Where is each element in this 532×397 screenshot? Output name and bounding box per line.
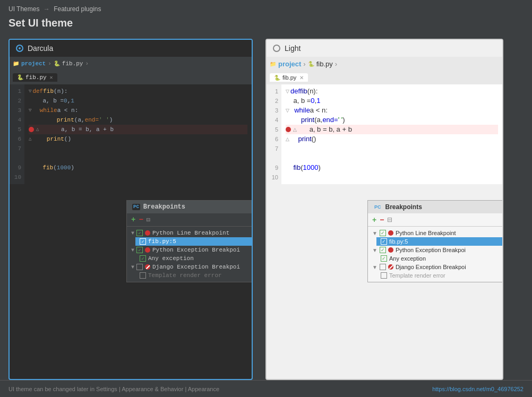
project-label-dark: project xyxy=(21,61,46,67)
code-line-6: △ print() xyxy=(29,134,247,144)
lbp-checkbox-2[interactable] xyxy=(380,247,386,253)
bp-label-template: Template render error xyxy=(148,272,222,279)
bp-remove-dark[interactable]: − xyxy=(139,215,143,224)
bp-label-py-line: Python Line Breakpoint xyxy=(152,230,229,236)
breakpoint-dot-light xyxy=(286,127,291,132)
lbp-item-py-line[interactable]: ▼ Python Line Breakpoint xyxy=(368,229,503,237)
bp-checkbox-1[interactable] xyxy=(136,230,143,236)
bp-list-icon-light[interactable]: ⊟ xyxy=(387,216,392,223)
lcode-line-2: a, b = 0, 1 xyxy=(286,96,498,106)
bp-item-any-exc[interactable]: Any exception xyxy=(135,254,253,263)
breakpoints-panel-light: PC Breakpoints + − ⊟ ▼ P xyxy=(367,200,503,282)
radio-darcula[interactable] xyxy=(16,45,23,52)
bp-list-icon-dark[interactable]: ⊟ xyxy=(147,216,150,224)
path-sep2: › xyxy=(85,61,89,67)
lcode-line-4: print(a, end=' ') xyxy=(286,115,498,125)
lbp-checkbox-fib5[interactable] xyxy=(381,238,387,245)
bottom-left-text: UI theme can be changed later in Setting… xyxy=(8,386,219,392)
bp-list-light: ▼ Python Line Breakpoint fib.py:5 ▼ xyxy=(368,227,503,282)
tab-close-light[interactable]: ✕ xyxy=(299,75,304,81)
bp-remove-light[interactable]: − xyxy=(380,215,384,224)
line-numbers-light: 1 2 3 4 5 6 7 9 10 xyxy=(267,84,281,184)
lcode-line-6: △ print() xyxy=(286,134,498,144)
bottom-url-text: https://blog.csdn.net/m0_46976252 xyxy=(432,386,524,392)
bp-header-light: PC Breakpoints xyxy=(368,201,503,213)
bp-checkbox-3[interactable] xyxy=(140,255,146,262)
code-line-1: ▽ def fib(n): xyxy=(29,87,247,96)
code-line-4: print(a, end=' ') xyxy=(29,115,247,125)
theme-card-light[interactable]: Light 📁 project › 🐍 fib.py › 🐍 fib.p xyxy=(265,39,503,380)
code-line-2: a, b = 0, 1 xyxy=(29,96,247,106)
path-sep2-light: › xyxy=(335,60,337,68)
breadcrumb-arrow: → xyxy=(44,5,50,13)
file-icon-dark: 🐍 xyxy=(54,61,60,67)
path-sep1: › xyxy=(48,61,52,67)
lbp-checkbox-3[interactable] xyxy=(381,255,387,262)
code-line-7 xyxy=(29,144,247,153)
bp-list-dark: ▼ Python Line Breakpoint fib.py:5 ▼ xyxy=(127,227,253,282)
file-tabs-light: 🐍 fib.py ✕ xyxy=(267,71,502,84)
lbp-label-py-line: Python Line Breakpoint xyxy=(396,230,456,236)
lcode-line-1: ▽ def fib(n): xyxy=(286,87,498,96)
breadcrumb-part1: UI Themes xyxy=(8,5,39,13)
lbp-item-template[interactable]: Template render error xyxy=(376,271,503,280)
bp-item-fib5[interactable]: fib.py:5 xyxy=(135,237,253,246)
file-label-dark: fib.py xyxy=(62,61,83,67)
bp-item-py-line[interactable]: ▼ Python Line Breakpoint xyxy=(127,229,253,237)
theme-card-darcula[interactable]: Darcula 📁 project › 🐍 fib.py › 🐍 fib xyxy=(8,39,253,380)
main-container: UI Themes → Featured plugins Set UI them… xyxy=(0,0,532,397)
tab-name-dark: fib.py xyxy=(25,74,47,81)
lbp-label-any-exc: Any exception xyxy=(389,255,426,262)
bp-title-light: Breakpoints xyxy=(385,203,422,211)
lbp-label-django: Django Exception Breakpoi xyxy=(396,264,466,270)
lbp-label-template: Template render error xyxy=(389,272,445,279)
lbp-label-py-exc: Python Exception Breakpoi xyxy=(396,247,466,253)
tab-fib-light[interactable]: 🐍 fib.py ✕ xyxy=(270,73,308,82)
lcode-line-10 xyxy=(286,172,498,182)
lcode-line-8 xyxy=(286,153,498,163)
bp-label-django: Django Exception Breakpoi xyxy=(152,264,240,270)
file-icon-light: 🐍 xyxy=(308,61,314,67)
lbp-item-django[interactable]: ▼ Django Exception Breakpoi xyxy=(368,263,503,271)
breadcrumb: UI Themes → Featured plugins xyxy=(8,5,524,13)
bp-label-py-exc: Python Exception Breakpoi xyxy=(152,247,240,253)
top-bar: UI Themes → Featured plugins Set UI them… xyxy=(0,0,532,39)
bp-checkbox-2[interactable] xyxy=(136,247,143,253)
lbp-label-fib5: fib.py:5 xyxy=(389,238,408,245)
lbp-checkbox-4[interactable] xyxy=(380,264,386,270)
tab-fib-dark[interactable]: 🐍 fib.py ✕ xyxy=(13,73,57,82)
file-tabs-dark: 🐍 fib.py ✕ xyxy=(10,71,252,84)
project-label-light: project xyxy=(278,60,301,68)
tab-name-light: fib.py xyxy=(282,74,296,81)
breakpoint-dot-dark xyxy=(29,127,34,132)
darcula-label: Darcula xyxy=(28,44,53,53)
bp-item-py-exc[interactable]: ▼ Python Exception Breakpoi xyxy=(127,246,253,254)
code-line-8 xyxy=(29,153,247,163)
code-editor-light: 1 2 3 4 5 6 7 9 10 ▽ def fib xyxy=(267,84,502,184)
folder-icon-light: 📁 xyxy=(270,61,276,67)
lbp-dot-django xyxy=(388,264,393,270)
tab-close-dark[interactable]: ✕ xyxy=(50,74,53,81)
tab-file-icon-light: 🐍 xyxy=(274,75,280,81)
bp-add-dark[interactable]: + xyxy=(131,215,135,224)
bp-item-django[interactable]: ▼ Django Exception Breakpoi xyxy=(127,263,253,271)
bp-checkbox-fib5[interactable] xyxy=(140,238,146,245)
lcode-line-3: ▽ while a < n: xyxy=(286,106,498,115)
radio-light[interactable] xyxy=(273,45,280,52)
tab-file-icon-dark: 🐍 xyxy=(17,74,23,81)
lbp-item-any-exc[interactable]: Any exception xyxy=(376,254,503,263)
ide-path-dark: 📁 project › 🐍 fib.py › xyxy=(10,57,252,71)
bp-add-light[interactable]: + xyxy=(372,215,376,224)
bp-item-template[interactable]: Template render error xyxy=(135,271,253,280)
lbp-checkbox-1[interactable] xyxy=(380,230,386,236)
bp-dot-2 xyxy=(145,247,150,253)
breakpoints-panel-dark: PC Breakpoints + − ⊟ ▼ P xyxy=(126,200,253,282)
bp-checkbox-4[interactable] xyxy=(136,264,143,270)
lcode-line-5: △ a, b = b, a + b xyxy=(286,125,498,134)
lbp-item-fib5[interactable]: fib.py:5 xyxy=(376,237,503,246)
ide-preview-dark: 📁 project › 🐍 fib.py › 🐍 fib.py ✕ xyxy=(10,57,252,184)
path-sep1-light: › xyxy=(303,60,305,68)
lbp-checkbox-5[interactable] xyxy=(381,272,387,279)
lbp-item-py-exc[interactable]: ▼ Python Exception Breakpoi xyxy=(368,246,503,254)
bp-checkbox-5[interactable] xyxy=(140,272,146,279)
